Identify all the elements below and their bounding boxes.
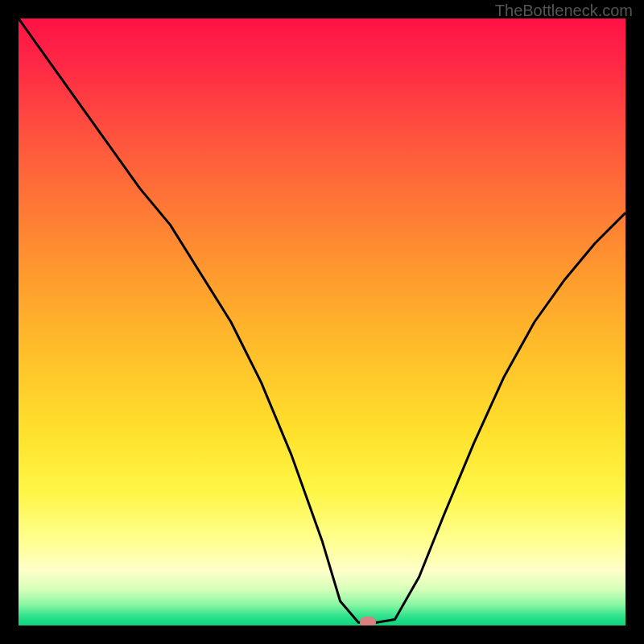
- bottleneck-curve: [19, 19, 625, 622]
- watermark-text: TheBottleneck.com: [495, 2, 633, 20]
- curve-layer: [19, 19, 625, 625]
- plot-area: [19, 19, 625, 625]
- optimal-point-marker: [360, 617, 376, 625]
